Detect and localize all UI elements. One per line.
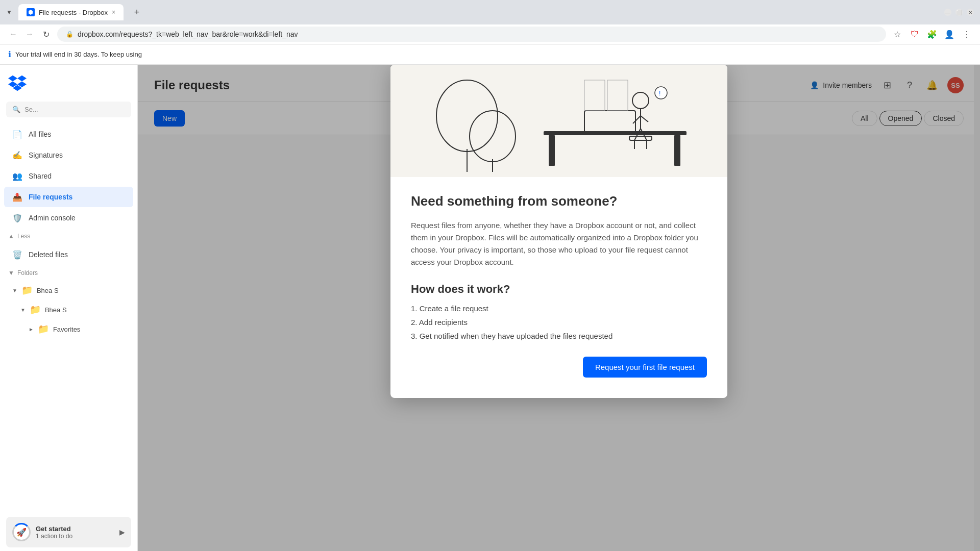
tab-title: File requests - Dropbox	[39, 9, 108, 16]
extensions-button[interactable]: 🧩	[925, 27, 939, 41]
sidebar-item-admin-console[interactable]: 🛡️ Admin console	[4, 208, 133, 228]
sidebar-item-file-requests[interactable]: 📥 File requests	[4, 187, 133, 207]
svg-text:!: !	[659, 90, 660, 97]
folder-item-bhea-s-1[interactable]: ▼ 📁 Bhea S	[4, 281, 133, 300]
lock-icon: 🔒	[66, 31, 74, 38]
sidebar-item-deleted-files-label: Deleted files	[29, 251, 68, 259]
svg-point-20	[655, 87, 667, 99]
url-text: dropbox.com/requests?_tk=web_left_nav_ba…	[78, 30, 298, 38]
folder-icon-3: 📁	[38, 323, 49, 335]
app-container: 🔍 Se... 📄 All files ✍️ Signatures 👥 Shar…	[0, 65, 980, 551]
less-label: Less	[17, 233, 30, 240]
rocket-progress-circle: 🚀	[12, 523, 31, 541]
sidebar-item-all-files[interactable]: 📄 All files	[4, 124, 133, 144]
search-placeholder: Se...	[24, 106, 38, 113]
modal-description: Request files from anyone, whether they …	[411, 219, 707, 268]
svg-rect-13	[629, 136, 652, 140]
minimize-button[interactable]: —	[944, 9, 951, 16]
admin-console-icon: 🛡️	[12, 213, 22, 223]
svg-rect-1	[549, 135, 555, 166]
get-started-widget[interactable]: 🚀 Get started 1 action to do ▶	[6, 517, 131, 547]
sidebar-item-file-requests-label: File requests	[29, 193, 72, 201]
modal-title: Need something from someone?	[411, 193, 707, 209]
signatures-icon: ✍️	[12, 150, 22, 160]
svg-rect-19	[607, 80, 628, 111]
shared-icon: 👥	[12, 171, 22, 181]
maximize-button[interactable]: ⬜	[955, 9, 963, 16]
reload-button[interactable]: ↻	[39, 27, 53, 41]
file-request-modal: ! Need something from someone? Request f…	[390, 65, 727, 398]
folder-name-1: Bhea S	[37, 287, 59, 294]
modal-body: Need something from someone? Request fil…	[390, 177, 727, 398]
folder-name-3: Favorites	[53, 325, 80, 333]
back-button[interactable]: ←	[6, 27, 20, 41]
modal-step-1: 1. Create a file request	[411, 304, 707, 313]
bookmark-button[interactable]: ☆	[890, 27, 904, 41]
modal-step-3: 3. Get notified when they have uploaded …	[411, 332, 707, 340]
folder-expand-icon-1: ▼	[12, 288, 17, 293]
folders-list: ▼ 📁 Bhea S ▼ 📁 Bhea S ► 📁 Favorites	[0, 281, 137, 339]
folders-label: Folders	[17, 269, 38, 277]
request-first-button[interactable]: Request your first file request	[583, 357, 707, 378]
chevron-down-icon: ▼	[8, 269, 14, 277]
tab-favicon	[27, 8, 35, 16]
modal-how-title: How does it work?	[411, 283, 707, 296]
forward-button[interactable]: →	[22, 27, 37, 41]
warning-text: Your trial will end in 30 days. To keep …	[15, 51, 142, 58]
deleted-files-icon: 🗑️	[12, 249, 22, 260]
sidebar-item-shared[interactable]: 👥 Shared	[4, 166, 133, 186]
modal-illustration: !	[390, 65, 727, 177]
close-button[interactable]: ✕	[967, 9, 974, 16]
dropbox-logo[interactable]	[0, 71, 137, 102]
modal-footer: Request your first file request	[411, 357, 707, 378]
all-files-icon: 📄	[12, 129, 22, 139]
sidebar-item-signatures[interactable]: ✍️ Signatures	[4, 145, 133, 165]
sidebar-nav: 📄 All files ✍️ Signatures 👥 Shared 📥 Fil…	[0, 123, 137, 511]
profile-button[interactable]: 👤	[942, 27, 957, 41]
sidebar: 🔍 Se... 📄 All files ✍️ Signatures 👥 Shar…	[0, 65, 138, 551]
address-bar: ← → ↻ 🔒 dropbox.com/requests?_tk=web_lef…	[0, 24, 980, 44]
svg-line-8	[641, 116, 648, 122]
trial-warning-banner: ℹ Your trial will end in 30 days. To kee…	[0, 44, 980, 65]
sidebar-item-admin-console-label: Admin console	[29, 214, 76, 222]
svg-line-7	[633, 116, 641, 123]
less-toggle[interactable]: ▲ Less	[0, 229, 137, 244]
folder-icon-1: 📁	[21, 285, 33, 296]
folder-item-favorites[interactable]: ► 📁 Favorites	[4, 319, 133, 339]
new-tab-button[interactable]: +	[130, 5, 144, 19]
modal-steps-list: 1. Create a file request 2. Add recipien…	[411, 304, 707, 340]
active-tab[interactable]: File requests - Dropbox ×	[18, 4, 124, 20]
tab-scroll-left[interactable]: ▼	[6, 9, 12, 16]
sidebar-search[interactable]: 🔍 Se...	[0, 102, 137, 123]
chevron-up-icon: ▲	[8, 233, 14, 240]
file-requests-icon: 📥	[12, 192, 22, 202]
extension-icon-1[interactable]: 🛡	[908, 27, 922, 41]
get-started-chevron: ▶	[119, 528, 125, 536]
url-bar[interactable]: 🔒 dropbox.com/requests?_tk=web_left_nav_…	[57, 27, 886, 42]
sidebar-item-deleted-files[interactable]: 🗑️ Deleted files	[4, 244, 133, 265]
folder-item-bhea-s-2[interactable]: ▼ 📁 Bhea S	[4, 300, 133, 319]
svg-rect-2	[674, 135, 680, 166]
svg-point-5	[632, 92, 649, 109]
tab-bar: ▼ File requests - Dropbox × + — ⬜ ✕	[0, 0, 980, 24]
modal-step-2: 2. Add recipients	[411, 318, 707, 327]
nav-buttons: ← → ↻	[6, 27, 53, 41]
info-icon: ℹ	[8, 49, 11, 59]
sidebar-item-shared-label: Shared	[29, 172, 52, 180]
tab-close-button[interactable]: ×	[112, 9, 115, 16]
more-button[interactable]: ⋮	[960, 27, 974, 41]
svg-rect-4	[579, 131, 641, 133]
svg-point-14	[436, 80, 498, 152]
sidebar-item-signatures-label: Signatures	[29, 151, 63, 159]
browser-toolbar-icons: ☆ 🛡 🧩 👤 ⋮	[890, 27, 974, 41]
sidebar-item-all-files-label: All files	[29, 130, 51, 138]
folder-icon-2: 📁	[30, 304, 41, 315]
folder-expand-icon-3: ►	[29, 327, 34, 332]
folder-name-2: Bhea S	[45, 306, 67, 314]
get-started-title: Get started	[36, 525, 114, 533]
get-started-subtitle: 1 action to do	[36, 533, 114, 540]
main-content: File requests 👤 Invite members ⊞ ? 🔔 SS …	[138, 65, 980, 551]
search-icon: 🔍	[12, 106, 20, 113]
modal-overlay[interactable]: ! Need something from someone? Request f…	[138, 65, 980, 551]
folders-section-header[interactable]: ▼ Folders	[0, 265, 137, 281]
